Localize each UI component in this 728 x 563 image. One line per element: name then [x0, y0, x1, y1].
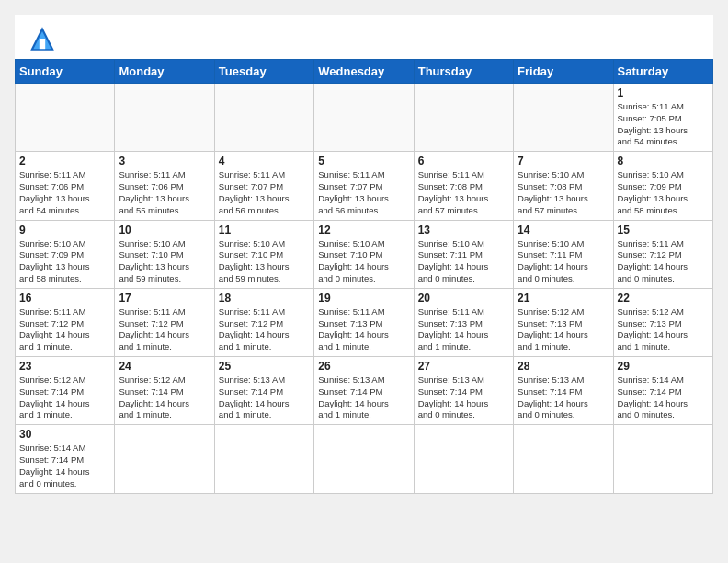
- calendar-cell: 24Sunrise: 5:12 AM Sunset: 7:14 PM Dayli…: [115, 357, 214, 425]
- calendar-row: 9Sunrise: 5:10 AM Sunset: 7:09 PM Daylig…: [16, 220, 713, 288]
- day-number: 12: [318, 224, 409, 236]
- day-info: Sunrise: 5:11 AM Sunset: 7:12 PM Dayligh…: [618, 238, 709, 285]
- day-info: Sunrise: 5:11 AM Sunset: 7:12 PM Dayligh…: [19, 306, 110, 353]
- day-number: 19: [318, 292, 409, 304]
- weekday-header-tuesday: Tuesday: [214, 60, 313, 84]
- day-info: Sunrise: 5:11 AM Sunset: 7:13 PM Dayligh…: [418, 306, 509, 353]
- calendar-cell: [115, 425, 214, 493]
- page-header: [15, 15, 713, 59]
- weekday-header-sunday: Sunday: [16, 60, 115, 84]
- day-number: 4: [219, 155, 310, 167]
- calendar-cell: [613, 425, 712, 493]
- day-info: Sunrise: 5:10 AM Sunset: 7:08 PM Dayligh…: [518, 169, 609, 216]
- day-number: 5: [318, 155, 409, 167]
- day-number: 25: [219, 360, 310, 373]
- calendar-cell: [514, 84, 613, 152]
- day-number: 11: [219, 224, 310, 236]
- day-number: 23: [19, 360, 110, 373]
- day-info: Sunrise: 5:11 AM Sunset: 7:07 PM Dayligh…: [219, 169, 310, 216]
- logo: [28, 24, 61, 53]
- calendar-cell: [115, 84, 214, 152]
- calendar-row: 23Sunrise: 5:12 AM Sunset: 7:14 PM Dayli…: [16, 357, 713, 425]
- calendar-cell: 14Sunrise: 5:10 AM Sunset: 7:11 PM Dayli…: [514, 220, 613, 288]
- calendar-cell: 19Sunrise: 5:11 AM Sunset: 7:13 PM Dayli…: [314, 288, 414, 356]
- weekday-header-friday: Friday: [514, 60, 613, 84]
- calendar-cell: 25Sunrise: 5:13 AM Sunset: 7:14 PM Dayli…: [214, 357, 313, 425]
- day-number: 27: [418, 360, 509, 373]
- day-info: Sunrise: 5:12 AM Sunset: 7:13 PM Dayligh…: [518, 306, 609, 353]
- calendar-cell: 8Sunrise: 5:10 AM Sunset: 7:09 PM Daylig…: [613, 152, 712, 220]
- calendar-cell: [214, 84, 313, 152]
- weekday-header-row: SundayMondayTuesdayWednesdayThursdayFrid…: [16, 60, 713, 84]
- day-number: 1: [618, 86, 709, 99]
- day-number: 13: [418, 224, 509, 236]
- calendar-cell: 21Sunrise: 5:12 AM Sunset: 7:13 PM Dayli…: [514, 288, 613, 356]
- day-info: Sunrise: 5:11 AM Sunset: 7:05 PM Dayligh…: [618, 101, 709, 148]
- calendar-cell: [514, 425, 613, 493]
- logo-icon: [28, 24, 57, 53]
- calendar-cell: 15Sunrise: 5:11 AM Sunset: 7:12 PM Dayli…: [613, 220, 712, 288]
- calendar-cell: 13Sunrise: 5:10 AM Sunset: 7:11 PM Dayli…: [414, 220, 513, 288]
- day-info: Sunrise: 5:10 AM Sunset: 7:11 PM Dayligh…: [418, 238, 509, 285]
- calendar-cell: 30Sunrise: 5:14 AM Sunset: 7:14 PM Dayli…: [16, 425, 115, 493]
- day-info: Sunrise: 5:13 AM Sunset: 7:14 PM Dayligh…: [219, 374, 310, 421]
- day-info: Sunrise: 5:10 AM Sunset: 7:09 PM Dayligh…: [618, 169, 709, 216]
- weekday-header-wednesday: Wednesday: [314, 60, 414, 84]
- day-info: Sunrise: 5:11 AM Sunset: 7:08 PM Dayligh…: [418, 169, 509, 216]
- day-info: Sunrise: 5:11 AM Sunset: 7:06 PM Dayligh…: [19, 169, 110, 216]
- day-info: Sunrise: 5:11 AM Sunset: 7:12 PM Dayligh…: [219, 306, 310, 353]
- calendar-cell: 5Sunrise: 5:11 AM Sunset: 7:07 PM Daylig…: [314, 152, 414, 220]
- day-info: Sunrise: 5:11 AM Sunset: 7:13 PM Dayligh…: [318, 306, 409, 353]
- day-number: 26: [318, 360, 409, 373]
- day-number: 8: [618, 155, 709, 167]
- day-info: Sunrise: 5:14 AM Sunset: 7:14 PM Dayligh…: [618, 374, 709, 421]
- day-info: Sunrise: 5:10 AM Sunset: 7:11 PM Dayligh…: [518, 238, 609, 285]
- day-number: 30: [19, 428, 110, 441]
- calendar-cell: 12Sunrise: 5:10 AM Sunset: 7:10 PM Dayli…: [314, 220, 414, 288]
- calendar-cell: 6Sunrise: 5:11 AM Sunset: 7:08 PM Daylig…: [414, 152, 513, 220]
- day-info: Sunrise: 5:11 AM Sunset: 7:12 PM Dayligh…: [119, 306, 210, 353]
- calendar-cell: 4Sunrise: 5:11 AM Sunset: 7:07 PM Daylig…: [214, 152, 313, 220]
- calendar-cell: 29Sunrise: 5:14 AM Sunset: 7:14 PM Dayli…: [613, 357, 712, 425]
- day-number: 3: [119, 155, 210, 167]
- calendar-page: SundayMondayTuesdayWednesdayThursdayFrid…: [15, 15, 713, 494]
- calendar-cell: 7Sunrise: 5:10 AM Sunset: 7:08 PM Daylig…: [514, 152, 613, 220]
- weekday-header-thursday: Thursday: [414, 60, 513, 84]
- calendar-cell: 28Sunrise: 5:13 AM Sunset: 7:14 PM Dayli…: [514, 357, 613, 425]
- day-number: 15: [618, 224, 709, 236]
- day-info: Sunrise: 5:11 AM Sunset: 7:07 PM Dayligh…: [318, 169, 409, 216]
- calendar-cell: 11Sunrise: 5:10 AM Sunset: 7:10 PM Dayli…: [214, 220, 313, 288]
- day-number: 17: [119, 292, 210, 304]
- day-info: Sunrise: 5:10 AM Sunset: 7:09 PM Dayligh…: [19, 238, 110, 285]
- day-number: 16: [19, 292, 110, 304]
- day-info: Sunrise: 5:13 AM Sunset: 7:14 PM Dayligh…: [418, 374, 509, 421]
- day-number: 29: [618, 360, 709, 373]
- calendar-cell: 23Sunrise: 5:12 AM Sunset: 7:14 PM Dayli…: [16, 357, 115, 425]
- day-number: 20: [418, 292, 509, 304]
- day-number: 10: [119, 224, 210, 236]
- day-number: 14: [518, 224, 609, 236]
- calendar-cell: 10Sunrise: 5:10 AM Sunset: 7:10 PM Dayli…: [115, 220, 214, 288]
- calendar-cell: [314, 84, 414, 152]
- day-number: 7: [518, 155, 609, 167]
- calendar-row: 30Sunrise: 5:14 AM Sunset: 7:14 PM Dayli…: [16, 425, 713, 493]
- day-number: 2: [19, 155, 110, 167]
- calendar-cell: 22Sunrise: 5:12 AM Sunset: 7:13 PM Dayli…: [613, 288, 712, 356]
- weekday-header-saturday: Saturday: [613, 60, 712, 84]
- day-number: 21: [518, 292, 609, 304]
- calendar-cell: 26Sunrise: 5:13 AM Sunset: 7:14 PM Dayli…: [314, 357, 414, 425]
- day-info: Sunrise: 5:10 AM Sunset: 7:10 PM Dayligh…: [119, 238, 210, 285]
- calendar-cell: 9Sunrise: 5:10 AM Sunset: 7:09 PM Daylig…: [16, 220, 115, 288]
- calendar-table: SundayMondayTuesdayWednesdayThursdayFrid…: [15, 59, 713, 494]
- calendar-cell: 2Sunrise: 5:11 AM Sunset: 7:06 PM Daylig…: [16, 152, 115, 220]
- day-number: 6: [418, 155, 509, 167]
- day-number: 28: [518, 360, 609, 373]
- day-number: 22: [618, 292, 709, 304]
- calendar-cell: 17Sunrise: 5:11 AM Sunset: 7:12 PM Dayli…: [115, 288, 214, 356]
- day-info: Sunrise: 5:12 AM Sunset: 7:14 PM Dayligh…: [119, 374, 210, 421]
- calendar-cell: [314, 425, 414, 493]
- day-info: Sunrise: 5:12 AM Sunset: 7:14 PM Dayligh…: [19, 374, 110, 421]
- calendar-cell: 3Sunrise: 5:11 AM Sunset: 7:06 PM Daylig…: [115, 152, 214, 220]
- calendar-cell: [414, 84, 513, 152]
- day-info: Sunrise: 5:10 AM Sunset: 7:10 PM Dayligh…: [318, 238, 409, 285]
